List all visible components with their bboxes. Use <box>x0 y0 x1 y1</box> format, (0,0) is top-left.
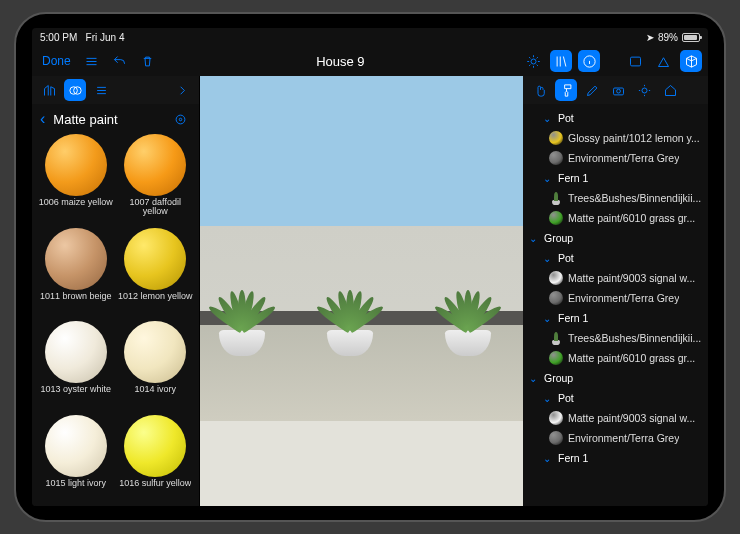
swatch-ball <box>45 415 107 477</box>
info-icon[interactable] <box>578 50 600 72</box>
swatch-item[interactable]: 1011 brown beige <box>38 228 114 320</box>
tablet-frame: 5:00 PM Fri Jun 4 ➤ 89% Done House 9 <box>14 12 726 522</box>
swatch-label: 1014 ivory <box>134 385 176 405</box>
tab-materials-icon[interactable] <box>64 79 86 101</box>
swatch-item[interactable]: 1014 ivory <box>118 321 194 413</box>
swatch-label: 1012 lemon yellow <box>118 292 193 312</box>
tree-header[interactable]: ⌄Group <box>523 228 708 248</box>
tree-header[interactable]: ⌄Fern 1 <box>523 448 708 468</box>
swatch-grid: 1006 maize yellow 1007 daffodil yellow 1… <box>32 134 199 506</box>
top-toolbar: Done House 9 <box>32 46 708 76</box>
swatch-label: 1006 maize yellow <box>39 198 113 218</box>
chevron-right-icon[interactable] <box>171 79 193 101</box>
swatch-label: 1011 brown beige <box>40 292 112 312</box>
color-dot <box>549 131 563 145</box>
color-dot <box>549 411 563 425</box>
status-right: ➤ 89% <box>646 32 700 43</box>
tab-home-icon[interactable] <box>659 79 681 101</box>
tree-header[interactable]: ⌄Fern 1 <box>523 168 708 188</box>
viewport-3d[interactable] <box>200 76 523 506</box>
swatch-item[interactable]: 1012 lemon yellow <box>118 228 194 320</box>
svg-point-9 <box>642 88 647 93</box>
tree-label: Environment/Terra Grey <box>568 292 679 304</box>
tree-item[interactable]: Trees&Bushes/Binnendijkii... <box>523 188 708 208</box>
page-title: House 9 <box>316 54 364 69</box>
tree-label: Group <box>544 232 573 244</box>
swatch-item[interactable]: 1007 daffodil yellow <box>118 134 194 226</box>
elevation-icon[interactable] <box>652 50 674 72</box>
swatch-item[interactable]: 1016 sulfur yellow <box>118 415 194 507</box>
tree-header[interactable]: ⌄Pot <box>523 388 708 408</box>
swatch-label: 1015 light ivory <box>45 479 106 499</box>
tab-paint-icon[interactable] <box>555 79 577 101</box>
tree-label: Pot <box>558 392 574 404</box>
battery-label: 89% <box>658 32 678 43</box>
tree-label: Matte paint/9003 signal w... <box>568 272 695 284</box>
swatch-ball <box>124 415 186 477</box>
tree-label: Fern 1 <box>558 452 588 464</box>
status-time: 5:00 PM <box>40 32 77 43</box>
tree-label: Environment/Terra Grey <box>568 152 679 164</box>
color-dot <box>549 431 563 445</box>
trash-icon[interactable] <box>137 50 159 72</box>
swatch-label: 1007 daffodil yellow <box>118 198 194 218</box>
status-bar: 5:00 PM Fri Jun 4 ➤ 89% <box>32 28 708 46</box>
tree-label: Fern 1 <box>558 312 588 324</box>
3d-view-icon[interactable] <box>680 50 702 72</box>
tree-item[interactable]: Matte paint/9003 signal w... <box>523 268 708 288</box>
swatch-item[interactable]: 1015 light ivory <box>38 415 114 507</box>
light-icon[interactable] <box>522 50 544 72</box>
tab-camera-icon[interactable] <box>607 79 629 101</box>
svg-point-5 <box>176 115 185 124</box>
swatch-item[interactable]: 1006 maize yellow <box>38 134 114 226</box>
tree-label: Pot <box>558 252 574 264</box>
screenshot-icon[interactable] <box>624 50 646 72</box>
tree-label: Trees&Bushes/Binnendijkii... <box>568 332 701 344</box>
swatch-ball <box>45 321 107 383</box>
tree-item[interactable]: Environment/Terra Grey <box>523 148 708 168</box>
color-dot <box>549 291 563 305</box>
chevron-down-icon: ⌄ <box>543 453 553 464</box>
left-tabs <box>32 76 199 104</box>
tree-header[interactable]: ⌄Pot <box>523 108 708 128</box>
color-dot <box>549 211 563 225</box>
tree-header[interactable]: ⌄Fern 1 <box>523 308 708 328</box>
swatch-item[interactable]: 1013 oyster white <box>38 321 114 413</box>
undo-icon[interactable] <box>109 50 131 72</box>
chevron-down-icon: ⌄ <box>543 253 553 264</box>
tab-list-icon[interactable] <box>90 79 112 101</box>
tree-item[interactable]: Matte paint/9003 signal w... <box>523 408 708 428</box>
tree-item[interactable]: Glossy paint/1012 lemon y... <box>523 128 708 148</box>
svg-rect-2 <box>630 57 640 66</box>
swatch-ball <box>45 228 107 290</box>
plant-icon <box>549 331 563 345</box>
swatch-ball <box>45 134 107 196</box>
tree-header[interactable]: ⌄Pot <box>523 248 708 268</box>
swatch-ball <box>124 134 186 196</box>
menu-icon[interactable] <box>81 50 103 72</box>
tree-item[interactable]: Matte paint/6010 grass gr... <box>523 208 708 228</box>
left-header-label: Matte paint <box>53 112 161 127</box>
content: ‹ Matte paint 1006 maize yellow 1007 daf… <box>32 76 708 506</box>
tree-header[interactable]: ⌄Group <box>523 368 708 388</box>
tree-item[interactable]: Environment/Terra Grey <box>523 288 708 308</box>
chevron-down-icon: ⌄ <box>543 313 553 324</box>
tree-item[interactable]: Trees&Bushes/Binnendijkii... <box>523 328 708 348</box>
right-tabs <box>523 76 708 104</box>
tree-label: Glossy paint/1012 lemon y... <box>568 132 700 144</box>
tab-grab-icon[interactable] <box>529 79 551 101</box>
status-date: Fri Jun 4 <box>86 32 125 43</box>
color-dot <box>549 271 563 285</box>
tab-building-icon[interactable] <box>38 79 60 101</box>
tree-item[interactable]: Matte paint/6010 grass gr... <box>523 348 708 368</box>
done-button[interactable]: Done <box>38 54 75 68</box>
tree-item[interactable]: Environment/Terra Grey <box>523 428 708 448</box>
tree-label: Fern 1 <box>558 172 588 184</box>
color-dot <box>549 351 563 365</box>
back-icon[interactable]: ‹ <box>40 110 45 128</box>
tab-edit-icon[interactable] <box>581 79 603 101</box>
library-icon[interactable] <box>550 50 572 72</box>
tab-sun-icon[interactable] <box>633 79 655 101</box>
tree-label: Environment/Terra Grey <box>568 432 679 444</box>
picker-icon[interactable] <box>169 108 191 130</box>
